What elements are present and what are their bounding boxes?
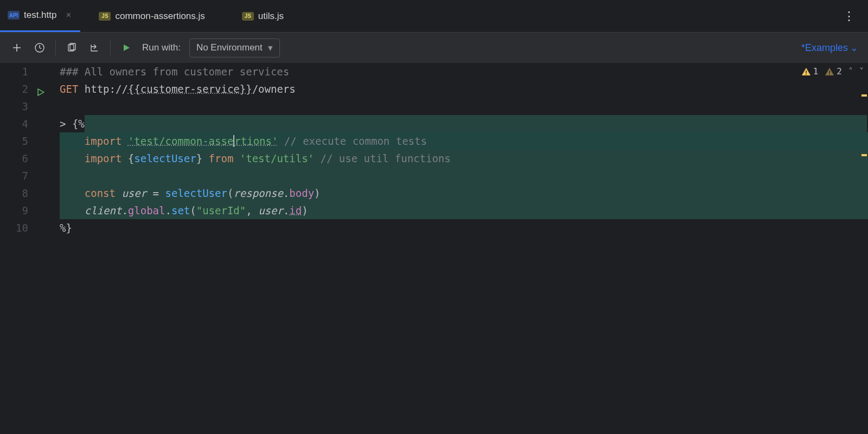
warning-marker[interactable] xyxy=(861,94,867,97)
gutter: 1 2 3 4 5 6 7 8 9 10 xyxy=(0,63,60,237)
text-cursor xyxy=(233,135,234,147)
code-editor[interactable]: 1 2 3 4 5 6 7 8 9 10 1 2 ˄ ˅ ### A xyxy=(0,63,868,237)
chevron-down-icon: ⌄ xyxy=(850,42,858,54)
tab-common-assertions[interactable]: JS common-assertions.js xyxy=(91,0,212,32)
code-line: > {% xyxy=(60,115,868,132)
code-area[interactable]: 1 2 ˄ ˅ ### All owners from customer ser… xyxy=(60,63,868,237)
marker-strip[interactable] xyxy=(860,63,868,237)
code-line: import {selectUser} from 'test/utils' //… xyxy=(60,150,868,167)
api-icon: API xyxy=(8,11,20,20)
kebab-menu-icon[interactable]: ⋮ xyxy=(843,9,855,23)
code-line: GET http://{{customer-service}}/owners xyxy=(60,80,868,98)
code-line: %} xyxy=(60,219,868,237)
run-with-label: Run with: xyxy=(142,42,181,53)
add-button[interactable] xyxy=(10,41,24,55)
js-icon: JS xyxy=(99,12,111,21)
tab-test-http[interactable]: API test.http × xyxy=(0,0,80,32)
copy-button[interactable] xyxy=(65,41,79,55)
environment-select[interactable]: No Environment ▾ xyxy=(189,39,280,58)
code-line: client.global.set("userId", user.id) xyxy=(60,202,868,219)
code-line xyxy=(60,98,868,115)
code-line: import 'test/common-assertions' // execu… xyxy=(60,132,868,150)
separator xyxy=(110,40,111,55)
code-line xyxy=(60,167,868,184)
examples-link[interactable]: *Examples ⌄ xyxy=(801,42,858,54)
warning-marker[interactable] xyxy=(861,154,867,156)
chevron-down-icon: ▾ xyxy=(268,42,273,54)
import-button[interactable] xyxy=(87,41,101,55)
tab-bar: API test.http × JS common-assertions.js … xyxy=(0,0,868,33)
run-button[interactable] xyxy=(119,41,133,55)
tab-label: common-assertions.js xyxy=(115,11,205,22)
tab-utils[interactable]: JS utils.js xyxy=(234,0,291,32)
toolbar: Run with: No Environment ▾ *Examples ⌄ xyxy=(0,33,868,63)
js-icon: JS xyxy=(242,12,254,21)
environment-value: No Environment xyxy=(196,42,263,53)
close-icon[interactable]: × xyxy=(64,10,73,20)
code-line: ### All owners from customer services xyxy=(60,63,868,80)
tab-label: utils.js xyxy=(258,11,284,22)
tab-label: test.http xyxy=(24,10,56,21)
separator xyxy=(55,40,56,55)
history-button[interactable] xyxy=(33,41,47,55)
code-line: const user = selectUser(response.body) xyxy=(60,184,868,202)
